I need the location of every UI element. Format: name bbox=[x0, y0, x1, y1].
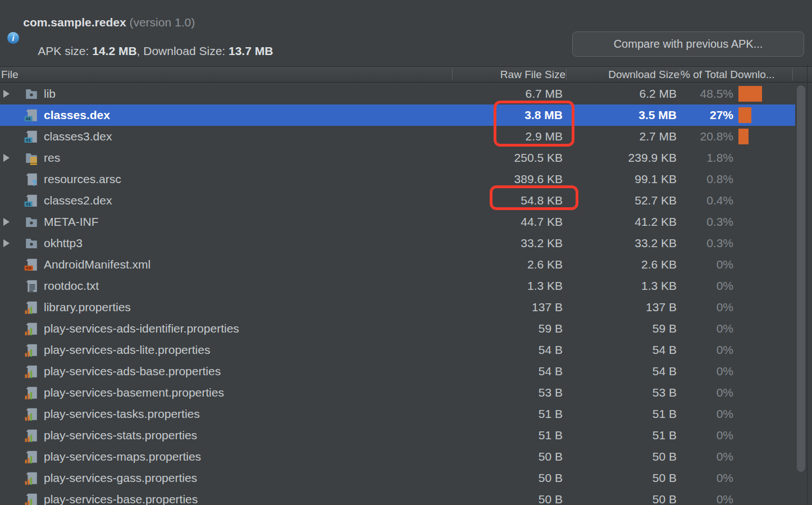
percent-cell: 0% bbox=[685, 382, 733, 403]
percent-cell: 0% bbox=[685, 339, 733, 361]
file-name: play-services-tasks.properties bbox=[44, 403, 200, 425]
percent-cell: 48.5% bbox=[685, 83, 733, 104]
raw-size-cell: 54.8 KB bbox=[453, 190, 563, 211]
raw-size-cell: 51 B bbox=[453, 425, 563, 446]
properties-file-icon bbox=[24, 300, 39, 315]
properties-file-icon bbox=[24, 407, 39, 421]
file-name: lib bbox=[44, 83, 56, 104]
table-row[interactable]: play-services-ads-base.properties 54 B 5… bbox=[0, 361, 795, 382]
folder-icon bbox=[24, 87, 39, 101]
text-file-icon bbox=[24, 279, 39, 293]
svg-text:<>: <> bbox=[26, 265, 31, 271]
column-divider[interactable] bbox=[452, 69, 453, 80]
apk-size-label: APK size: bbox=[38, 44, 92, 57]
arsc-file-icon: ? bbox=[24, 172, 39, 186]
expand-arrow-icon[interactable] bbox=[3, 218, 10, 226]
raw-size-cell: 50 B bbox=[453, 489, 563, 505]
apk-size-summary: APK size: 14.2 MB, Download Size: 13.7 M… bbox=[25, 31, 273, 71]
file-name: okhttp3 bbox=[44, 233, 83, 254]
percent-bar bbox=[738, 107, 751, 123]
table-row[interactable]: play-services-tasks.properties 51 B 51 B… bbox=[0, 403, 795, 425]
package-name: com.sample.redex bbox=[23, 16, 126, 29]
table-row[interactable]: META-INF 44.7 KB 41.2 KB 0.3% bbox=[0, 211, 795, 233]
table-row[interactable]: play-services-ads-lite.properties 54 B 5… bbox=[0, 339, 795, 361]
column-divider[interactable] bbox=[566, 69, 567, 80]
xml-file-icon: <> bbox=[24, 257, 39, 272]
file-name: play-services-basement.properties bbox=[44, 382, 224, 403]
raw-size-cell: 33.2 KB bbox=[453, 233, 563, 254]
raw-size-cell: 389.6 KB bbox=[453, 169, 563, 190]
download-size-cell: 59 B bbox=[566, 318, 677, 339]
download-size-cell: 3.5 MB bbox=[566, 104, 677, 126]
expand-arrow-icon[interactable] bbox=[3, 154, 10, 162]
panel-right-border bbox=[807, 65, 808, 505]
table-row[interactable]: library.properties 137 B 137 B 0% bbox=[0, 297, 795, 318]
file-table-body: lib 6.7 MB 6.2 MB 48.5% 01 classes.dex 3… bbox=[0, 83, 812, 505]
download-size-cell: 52.7 KB bbox=[566, 190, 677, 211]
table-row[interactable]: <> AndroidManifest.xml 2.6 KB 2.6 KB 0% bbox=[0, 254, 795, 275]
table-row[interactable]: lib 6.7 MB 6.2 MB 48.5% bbox=[0, 83, 795, 104]
raw-size-cell: 2.9 MB bbox=[453, 126, 563, 147]
dex-file-icon: 01 bbox=[24, 108, 39, 122]
table-row[interactable]: rootdoc.txt 1.3 KB 1.3 KB 0% bbox=[0, 275, 795, 297]
raw-size-cell: 50 B bbox=[453, 446, 563, 467]
column-header-download-size[interactable]: Download Size bbox=[567, 67, 679, 82]
vertical-scrollbar-thumb[interactable] bbox=[797, 85, 805, 472]
table-row[interactable]: play-services-ads-identifier.properties … bbox=[0, 318, 795, 339]
percent-cell: 0% bbox=[685, 297, 733, 318]
download-size-cell: 6.2 MB bbox=[566, 83, 677, 104]
download-size-cell: 1.3 KB bbox=[566, 275, 677, 297]
raw-size-cell: 53 B bbox=[453, 382, 563, 403]
raw-size-cell: 54 B bbox=[453, 339, 563, 361]
compare-with-previous-apk-button[interactable]: Compare with previous APK... bbox=[572, 31, 804, 57]
column-header-file[interactable]: File bbox=[1, 67, 226, 82]
file-name: classes2.dex bbox=[44, 190, 112, 211]
percent-cell: 0% bbox=[685, 361, 733, 382]
download-size-cell: 41.2 KB bbox=[566, 211, 677, 233]
properties-file-icon bbox=[24, 449, 39, 464]
raw-size-cell: 6.7 MB bbox=[453, 83, 563, 104]
table-row[interactable]: 01 classes2.dex 54.8 KB 52.7 KB 0.4% bbox=[0, 190, 795, 211]
download-size-cell: 50 B bbox=[566, 446, 677, 467]
file-name: rootdoc.txt bbox=[44, 275, 99, 297]
raw-size-cell: 1.3 KB bbox=[453, 275, 563, 297]
raw-size-cell: 250.5 KB bbox=[453, 147, 563, 169]
percent-cell: 0.3% bbox=[685, 211, 733, 233]
column-divider[interactable] bbox=[792, 69, 793, 80]
table-row[interactable]: play-services-stats.properties 51 B 51 B… bbox=[0, 425, 795, 446]
info-icon: i bbox=[7, 32, 19, 44]
table-row[interactable]: play-services-maps.properties 50 B 50 B … bbox=[0, 446, 795, 467]
table-row[interactable]: res 250.5 KB 239.9 KB 1.8% bbox=[0, 147, 795, 169]
file-name: resources.arsc bbox=[44, 169, 121, 190]
file-name: play-services-ads-identifier.properties bbox=[44, 318, 239, 339]
properties-file-icon bbox=[24, 471, 39, 485]
column-divider[interactable] bbox=[680, 69, 681, 80]
properties-file-icon bbox=[24, 492, 39, 505]
download-size-cell: 2.6 KB bbox=[566, 254, 677, 275]
expand-arrow-icon[interactable] bbox=[3, 239, 10, 247]
version-label: (version 1.0) bbox=[126, 16, 195, 29]
table-row[interactable]: play-services-gass.properties 50 B 50 B … bbox=[0, 467, 795, 489]
column-header-percent-of-total-download[interactable]: % of Total Downlo... bbox=[681, 67, 792, 82]
table-row[interactable]: 01 classes3.dex 2.9 MB 2.7 MB 20.8% bbox=[0, 126, 795, 147]
percent-cell: 0% bbox=[685, 254, 733, 275]
file-name: play-services-gass.properties bbox=[44, 467, 197, 489]
raw-size-cell: 137 B bbox=[453, 297, 563, 318]
table-row[interactable]: play-services-basement.properties 53 B 5… bbox=[0, 382, 795, 403]
column-header-raw-file-size[interactable]: Raw File Size bbox=[449, 67, 565, 82]
file-name: play-services-maps.properties bbox=[44, 446, 201, 467]
percent-cell: 20.8% bbox=[685, 126, 733, 147]
table-row[interactable]: 01 classes.dex 3.8 MB 3.5 MB 27% bbox=[0, 104, 795, 126]
download-size-cell: 54 B bbox=[566, 361, 677, 382]
svg-text:01: 01 bbox=[26, 116, 30, 121]
table-row[interactable]: okhttp3 33.2 KB 33.2 KB 0.3% bbox=[0, 233, 795, 254]
table-row[interactable]: play-services-base.properties 50 B 50 B … bbox=[0, 489, 795, 505]
download-size-value: 13.7 MB bbox=[229, 44, 273, 57]
table-row[interactable]: ? resources.arsc 389.6 KB 99.1 KB 0.8% bbox=[0, 169, 795, 190]
file-name: META-INF bbox=[44, 211, 99, 233]
download-size-cell: 239.9 KB bbox=[566, 147, 677, 169]
raw-size-cell: 2.6 KB bbox=[453, 254, 563, 275]
download-size-cell: 51 B bbox=[566, 425, 677, 446]
expand-arrow-icon[interactable] bbox=[3, 90, 10, 98]
percent-cell: 27% bbox=[685, 104, 733, 126]
